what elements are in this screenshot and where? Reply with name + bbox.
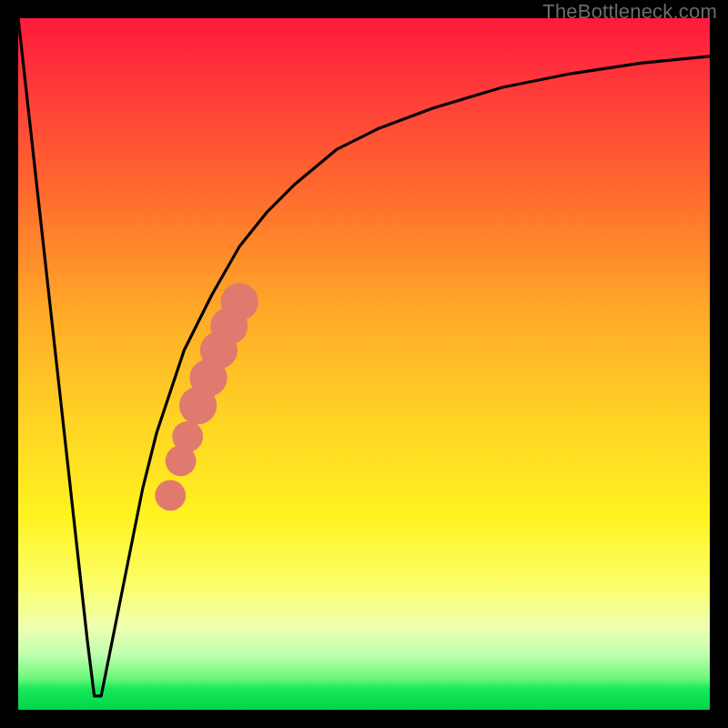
curve-layer: [18, 18, 710, 710]
highlight-dot: [155, 480, 186, 511]
plot-area: [18, 18, 710, 710]
chart-frame: TheBottleneck.com: [0, 0, 728, 728]
bottleneck-curve-path: [18, 18, 710, 696]
highlight-dot: [221, 283, 258, 320]
bottleneck-curve: [18, 18, 710, 696]
watermark-label: TheBottleneck.com: [542, 0, 717, 24]
highlight-dot: [172, 421, 203, 452]
highlight-dots: [155, 283, 258, 511]
